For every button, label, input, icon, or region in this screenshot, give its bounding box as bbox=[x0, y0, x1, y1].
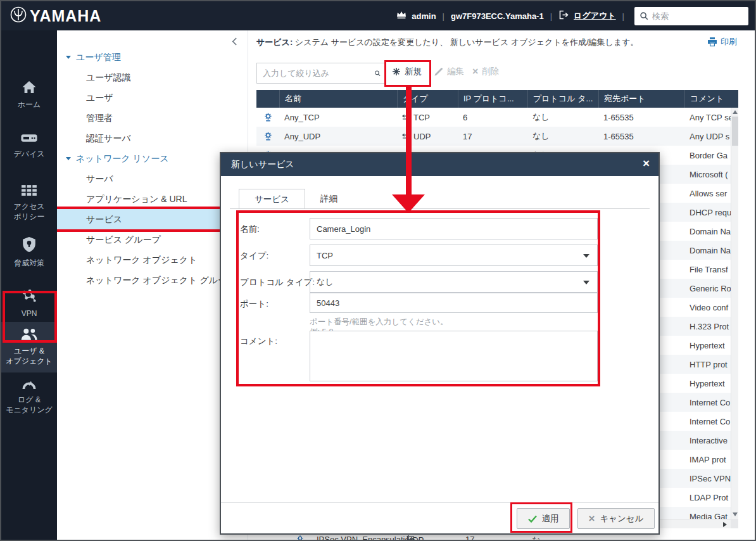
filter-box bbox=[256, 63, 386, 84]
chevron-down-icon bbox=[66, 56, 71, 59]
sidebar-item-home[interactable]: ホーム bbox=[1, 81, 57, 110]
print-label: 印刷 bbox=[721, 36, 737, 48]
sidebar-item-device[interactable]: デバイス bbox=[1, 133, 57, 159]
cell-comment: Hypertext bbox=[684, 379, 731, 388]
nav-item-user[interactable]: ユーザ bbox=[57, 87, 248, 108]
scrollbar-corner bbox=[731, 519, 738, 528]
sidebar-item-vpn[interactable]: VPN bbox=[1, 289, 57, 319]
print-icon bbox=[707, 37, 717, 47]
tab-details[interactable]: 詳細 bbox=[305, 189, 353, 209]
nav-item-network-object-group[interactable]: ネットワーク オブジェクト グループ bbox=[57, 270, 248, 290]
cancel-x-icon: × bbox=[588, 513, 595, 524]
cell-type: UDP bbox=[406, 535, 415, 541]
port-hint: ポート番号/範囲を入力してください。 bbox=[310, 317, 448, 328]
protocol-type-label: プロトコル タイプ: bbox=[240, 277, 315, 288]
column-protocol-type[interactable]: プロトコル タ... bbox=[527, 90, 598, 108]
users-icon bbox=[20, 328, 38, 342]
column-dest-port[interactable]: 宛先ポート bbox=[598, 90, 684, 108]
sidebar-item-label: ホーム bbox=[18, 99, 41, 110]
sidebar-item-label: 脅威対策 bbox=[14, 258, 44, 268]
apply-label: 適用 bbox=[542, 513, 559, 525]
scroll-down-icon[interactable] bbox=[733, 512, 738, 516]
scroll-up-icon[interactable] bbox=[733, 110, 738, 114]
cell-comment: Microsoft ( bbox=[684, 170, 731, 179]
sidebar-item-label: デバイス bbox=[13, 149, 44, 159]
dropdown-caret-icon bbox=[583, 254, 589, 258]
new-button[interactable]: 新規 bbox=[392, 66, 422, 77]
cell-comment: Hypertext bbox=[684, 341, 731, 350]
cell-comment: Video conf bbox=[684, 303, 731, 312]
separator: | bbox=[621, 11, 626, 21]
cell-comment: Border Ga bbox=[684, 151, 731, 160]
search-input[interactable] bbox=[652, 11, 741, 21]
grid-icon bbox=[22, 185, 37, 198]
gauge-icon bbox=[22, 380, 37, 391]
delete-button[interactable]: × 削除 bbox=[472, 66, 499, 77]
table-row[interactable]: Any_TCP TCP 6 なし 1-65535 Any TCP se bbox=[256, 108, 731, 127]
sidebar-item-log-monitoring[interactable]: ログ & モニタリング bbox=[1, 380, 57, 415]
cell-protocol-type: な bbox=[532, 535, 540, 541]
yamaha-admin-page: YAMAHA admin | gw7F973ECC.Yamaha-1 | ログア… bbox=[0, 0, 756, 541]
cell-comment: Domain Na bbox=[684, 227, 731, 236]
nav-section-user-management[interactable]: ユーザ管理 bbox=[57, 47, 248, 67]
edit-icon bbox=[434, 67, 443, 76]
collapse-icon[interactable] bbox=[232, 37, 237, 48]
nav-item-auth-server[interactable]: 認証サーバ bbox=[57, 128, 248, 148]
tab-service[interactable]: サービス bbox=[239, 189, 305, 209]
yamaha-logo: YAMAHA bbox=[10, 6, 101, 25]
column-name[interactable]: 名前 bbox=[279, 90, 397, 108]
sidebar-item-access-policy[interactable]: アクセス ポリシー bbox=[1, 185, 57, 222]
name-field[interactable] bbox=[310, 218, 598, 239]
cell-comment: Allows ser bbox=[684, 189, 731, 198]
cell-type-text: UDP bbox=[413, 132, 431, 141]
nav-item-admin[interactable]: 管理者 bbox=[57, 108, 248, 128]
cell-ip-protocol: 17 bbox=[465, 535, 474, 541]
sidebar-item-label: オブジェクト bbox=[6, 356, 53, 366]
type-select[interactable]: TCP bbox=[310, 245, 598, 266]
cell-comment: Interactive bbox=[684, 436, 731, 445]
device-icon bbox=[21, 133, 37, 145]
comment-field[interactable] bbox=[310, 331, 598, 381]
tabbar-divider bbox=[230, 208, 650, 209]
nav-item-user-recognition[interactable]: ユーザ認識 bbox=[57, 67, 248, 87]
cell-name: IPSec VPN_Encapsulation bbox=[317, 535, 414, 541]
nav-item-network-object[interactable]: ネットワーク オブジェクト bbox=[57, 250, 248, 270]
cell-comment: DHCP requ bbox=[684, 208, 731, 217]
nav-item-services[interactable]: サービス bbox=[57, 209, 220, 229]
edit-button[interactable]: 編集 bbox=[434, 66, 464, 77]
column-comment[interactable]: コメント bbox=[684, 90, 738, 108]
print-button[interactable]: 印刷 bbox=[707, 36, 737, 48]
scrollbar-thumb[interactable] bbox=[732, 117, 738, 146]
new-icon bbox=[392, 67, 401, 76]
cell-type-text: UDP bbox=[406, 535, 424, 541]
cancel-button[interactable]: × キャンセル bbox=[577, 508, 655, 529]
column-type[interactable]: タイプ bbox=[397, 90, 458, 108]
apply-button[interactable]: 適用 bbox=[517, 508, 570, 529]
cell-comment: H.323 Prot bbox=[684, 322, 731, 331]
nav-item-server[interactable]: サーバ bbox=[57, 169, 248, 189]
cell-comment: Any UDP s bbox=[684, 132, 731, 141]
scroll-right-icon[interactable] bbox=[723, 522, 727, 527]
close-icon[interactable]: × bbox=[643, 156, 650, 170]
cell-comment: File Transf bbox=[684, 265, 731, 274]
port-field[interactable] bbox=[310, 293, 598, 313]
sidebar-item-threat[interactable]: 脅威対策 bbox=[1, 237, 57, 268]
new-label: 新規 bbox=[405, 66, 422, 77]
table-header: 名前 タイプ IP プロトコ... プロトコル タ... 宛先ポート コメント bbox=[256, 90, 738, 108]
nav-section-network-resources[interactable]: ネットワーク リソース bbox=[57, 148, 248, 169]
type-select-value: TCP bbox=[317, 251, 333, 260]
type-label: タイプ: bbox=[240, 250, 268, 262]
vertical-scrollbar[interactable] bbox=[731, 108, 738, 519]
filter-input[interactable] bbox=[263, 68, 374, 78]
nav-item-application-url[interactable]: アプリケーション & URL bbox=[57, 189, 248, 209]
cell-type-text: TCP bbox=[413, 113, 430, 122]
sidebar-item-users-objects[interactable]: ユーザ & オブジェクト bbox=[1, 322, 57, 372]
protocol-type-select[interactable]: なし bbox=[310, 271, 598, 293]
bidirectional-arrows-icon bbox=[402, 133, 410, 140]
logout-link[interactable]: ログアウト bbox=[574, 10, 616, 22]
column-icon bbox=[256, 90, 279, 108]
table-row[interactable]: Any_UDP UDP 17 なし 1-65535 Any UDP s bbox=[256, 127, 731, 146]
column-ip-protocol[interactable]: IP プロトコ... bbox=[458, 90, 527, 108]
nav-item-service-group[interactable]: サービス グループ bbox=[57, 229, 248, 250]
sidebar-item-label: ログ & bbox=[18, 395, 41, 405]
